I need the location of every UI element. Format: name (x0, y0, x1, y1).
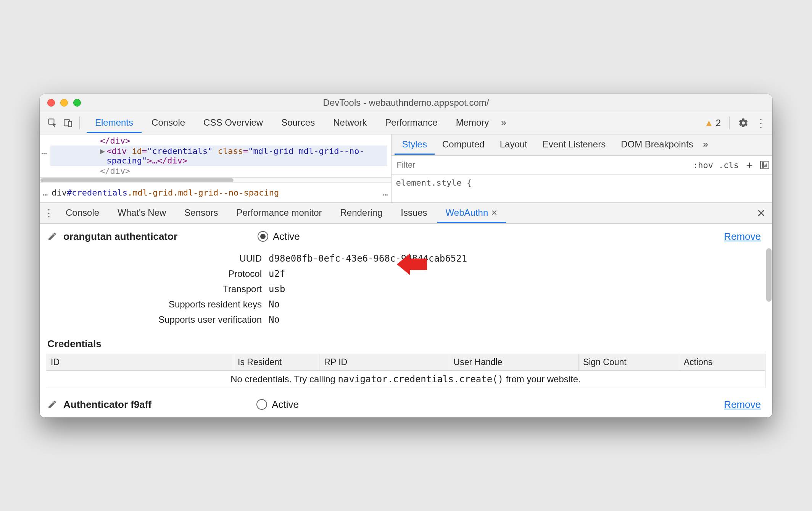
separator (79, 116, 80, 129)
drawer-tab-performance-monitor[interactable]: Performance monitor (228, 204, 330, 223)
tab-dom-breakpoints[interactable]: DOM Breakpoints (613, 135, 701, 155)
tab-layout[interactable]: Layout (492, 135, 535, 155)
titlebar: DevTools - webauthndemo.appspot.com/ (40, 94, 772, 112)
separator (729, 116, 730, 129)
remove-authenticator-link[interactable]: Remove (724, 231, 761, 243)
tab-console[interactable]: Console (143, 113, 193, 133)
transport-value: usb (269, 284, 285, 294)
webauthn-panel: orangutan authenticator Active Remove UU… (40, 224, 772, 417)
device-toolbar-icon[interactable] (60, 115, 76, 131)
devtools-window: DevTools - webauthndemo.appspot.com/ Ele… (40, 94, 772, 417)
dom-text: >… (147, 156, 157, 165)
warnings-count: 2 (716, 118, 721, 128)
styles-rules[interactable]: element.style { (392, 175, 772, 192)
dom-gutter-ellipsis: ⋯ (41, 147, 47, 159)
authenticator-header: Authenticator f9aff Active Remove (40, 388, 772, 417)
active-radio[interactable] (256, 399, 267, 410)
vertical-scrollbar[interactable] (766, 248, 772, 414)
drawer-tab-issues[interactable]: Issues (392, 204, 435, 223)
active-radio-group: Active (258, 231, 300, 243)
drawer-tab-console[interactable]: Console (57, 204, 108, 223)
drawer-tab-label: WebAuthn (446, 207, 488, 218)
resident-value: No (269, 299, 280, 310)
hov-toggle[interactable]: :hov (693, 160, 713, 170)
breadcrumb-selected[interactable]: div#credentials.mdl-grid.mdl-grid--no-sp… (52, 188, 279, 197)
drawer-tab-rendering[interactable]: Rendering (332, 204, 391, 223)
window-title: DevTools - webauthndemo.appspot.com/ (40, 97, 772, 108)
active-radio-label: Active (272, 399, 299, 411)
tab-computed[interactable]: Computed (435, 135, 492, 155)
col-actions: Actions (679, 354, 765, 370)
styles-filter-input[interactable] (395, 158, 693, 171)
drawer-tab-webauthn[interactable]: WebAuthn ✕ (437, 204, 506, 223)
dom-breadcrumb[interactable]: … div#credentials.mdl-grid.mdl-grid--no-… (40, 183, 391, 202)
dom-line-selected[interactable]: ▶ <div id="credentials" class="mdl-grid … (50, 146, 387, 166)
dom-tag: </div> (157, 156, 187, 165)
dom-tree[interactable]: ⋯ </div> ▶ <div id="credentials" class="… (40, 134, 391, 177)
protocol-label: Protocol (40, 268, 269, 279)
credentials-code: navigator.credentials.create() (338, 374, 503, 385)
window-controls (40, 99, 81, 107)
main-toolbar: Elements Console CSS Overview Sources Ne… (40, 112, 772, 134)
main-tabs: Elements Console CSS Overview Sources Ne… (87, 113, 509, 133)
drawer-tabstrip: ⋮ Console What's New Sensors Performance… (40, 203, 772, 224)
uv-label: Supports user verification (40, 314, 269, 325)
tab-network[interactable]: Network (325, 113, 375, 133)
warning-icon: ▲ (704, 118, 714, 128)
remove-authenticator-link[interactable]: Remove (724, 399, 761, 411)
styles-pane: Styles Computed Layout Event Listeners D… (392, 134, 772, 202)
tab-event-listeners[interactable]: Event Listeners (535, 135, 613, 155)
uuid-label: UUID (40, 253, 269, 264)
drawer-close-icon[interactable]: ✕ (754, 207, 768, 220)
active-radio[interactable] (258, 231, 268, 242)
breadcrumb-overflow-left[interactable]: … (43, 188, 48, 197)
uv-value: No (269, 314, 280, 325)
styles-tabs-overflow[interactable]: » (701, 135, 710, 155)
tab-sources[interactable]: Sources (273, 113, 323, 133)
dom-attr-name: id (132, 146, 142, 156)
tab-elements[interactable]: Elements (87, 113, 142, 133)
col-isresident: Is Resident (233, 354, 319, 370)
toggle-sidebar-icon[interactable] (760, 161, 769, 169)
transport-label: Transport (40, 284, 269, 294)
new-style-rule-icon[interactable]: ＋ (744, 158, 755, 172)
minimize-window-button[interactable] (60, 99, 68, 107)
cls-toggle[interactable]: .cls (719, 160, 739, 170)
drawer: ⋮ Console What's New Sensors Performance… (40, 203, 772, 417)
tab-memory[interactable]: Memory (448, 113, 498, 133)
protocol-value: u2f (269, 268, 285, 279)
dom-tree-pane: ⋯ </div> ▶ <div id="credentials" class="… (40, 134, 392, 202)
dom-line[interactable]: </div> (50, 136, 387, 146)
table-header-row: ID Is Resident RP ID User Handle Sign Co… (46, 354, 765, 370)
authenticator-header: orangutan authenticator Active Remove (40, 224, 772, 249)
tab-performance[interactable]: Performance (377, 113, 446, 133)
tab-styles[interactable]: Styles (395, 135, 435, 155)
inspect-icon[interactable] (45, 115, 60, 131)
dom-tag: <div (106, 146, 132, 156)
tabs-overflow[interactable]: » (499, 113, 508, 133)
more-icon[interactable]: ⋮ (753, 115, 768, 131)
expand-icon[interactable]: ▶ (100, 146, 105, 156)
tab-css-overview[interactable]: CSS Overview (195, 113, 271, 133)
scrollbar-thumb[interactable] (766, 248, 772, 302)
credentials-heading: Credentials (40, 330, 772, 354)
table-row: No credentials. Try calling navigator.cr… (46, 370, 765, 388)
edit-icon[interactable] (47, 231, 57, 241)
scrollbar-thumb[interactable] (40, 178, 234, 182)
drawer-tab-sensors[interactable]: Sensors (176, 204, 226, 223)
warnings-badge[interactable]: ▲ 2 (702, 118, 723, 128)
drawer-tab-whatsnew[interactable]: What's New (109, 204, 174, 223)
maximize-window-button[interactable] (73, 99, 81, 107)
drawer-menu-icon[interactable]: ⋮ (44, 207, 54, 219)
svg-rect-2 (68, 121, 72, 127)
active-radio-label: Active (273, 231, 300, 243)
close-tab-icon[interactable]: ✕ (491, 208, 498, 217)
active-radio-group: Active (256, 399, 299, 411)
edit-icon[interactable] (47, 399, 57, 409)
breadcrumb-overflow-right[interactable]: … (383, 188, 388, 197)
close-window-button[interactable] (47, 99, 55, 107)
credentials-empty: No credentials. Try calling navigator.cr… (46, 370, 765, 388)
settings-icon[interactable] (736, 115, 751, 131)
horizontal-scrollbar[interactable] (40, 177, 391, 183)
dom-line[interactable]: </div> (50, 166, 387, 176)
